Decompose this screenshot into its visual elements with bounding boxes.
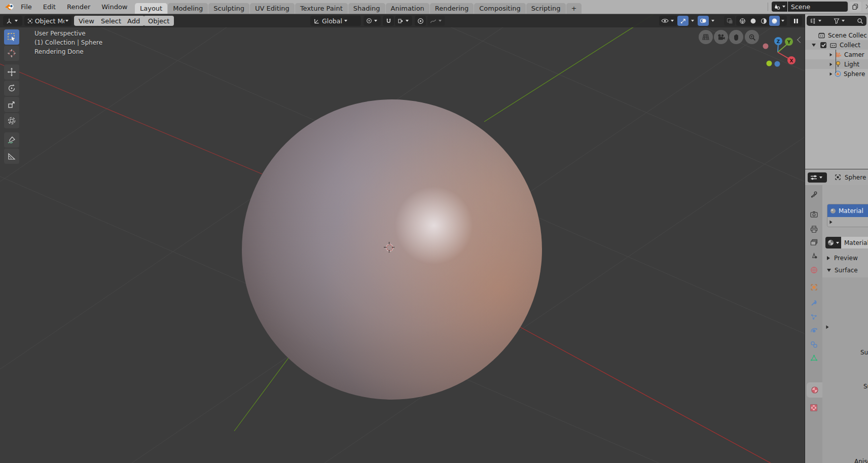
material-slot-row[interactable]: Material — [827, 204, 868, 217]
gizmo-toggle[interactable] — [677, 16, 689, 26]
outliner-editor-type-button[interactable] — [810, 18, 821, 24]
close-icon — [865, 4, 868, 9]
tab-render[interactable] — [806, 207, 821, 221]
tab-texture[interactable] — [806, 401, 821, 414]
tab-modifiers[interactable] — [806, 296, 821, 309]
base-color-expand-arrow[interactable] — [826, 326, 828, 329]
scene-browse-button[interactable] — [772, 2, 787, 12]
workspace-tab-texture-paint[interactable]: Texture Paint — [295, 3, 348, 14]
transform-orientation-dropdown[interactable]: Global — [310, 16, 361, 26]
outliner-filter-button[interactable] — [834, 18, 845, 24]
tab-constraints[interactable] — [806, 338, 821, 351]
add-workspace-tab[interactable]: + — [566, 3, 582, 14]
visibility-dropdown[interactable] — [659, 16, 677, 26]
select-menu[interactable]: Select — [96, 16, 126, 26]
blender-window: File Edit Render Window Help Layout Mode… — [0, 0, 868, 463]
grid-icon — [702, 33, 710, 41]
shading-material-preview-button[interactable] — [758, 16, 769, 26]
overlays-toggle[interactable] — [698, 16, 709, 26]
shading-rendered-button[interactable] — [769, 16, 780, 26]
falloff-dropdown[interactable] — [427, 16, 445, 26]
material-name-field[interactable]: Material — [841, 237, 868, 248]
tool-measure[interactable] — [4, 149, 19, 164]
pan-view-button[interactable] — [729, 30, 743, 44]
mode-dropdown[interactable]: Object Mo.. — [24, 16, 71, 26]
snap-target-dropdown[interactable] — [395, 16, 412, 26]
view-menu[interactable]: View — [74, 16, 99, 26]
collection-checkbox[interactable] — [820, 42, 826, 48]
tool-cursor[interactable] — [4, 46, 19, 61]
pivot-point-dropdown[interactable] — [364, 16, 381, 26]
proportional-editing-toggle[interactable] — [415, 16, 426, 26]
outliner-row-collection[interactable]: Collect — [805, 40, 868, 50]
tab-physics[interactable] — [806, 324, 821, 337]
outliner-row-camera[interactable]: Camer — [805, 50, 868, 59]
gizmo-neg-z-axis[interactable] — [775, 61, 780, 67]
add-menu[interactable]: Add — [123, 16, 144, 26]
workspace-tab-scripting[interactable]: Scripting — [526, 3, 566, 14]
panel-preview[interactable]: Preview — [827, 255, 858, 262]
slot-specials-button[interactable] — [829, 220, 832, 224]
workspace-tab-layout[interactable]: Layout — [135, 3, 167, 14]
gizmo-neg-y-axis[interactable] — [767, 61, 772, 66]
tool-rotate[interactable] — [4, 81, 19, 96]
tab-output[interactable] — [806, 223, 821, 236]
menu-window[interactable]: Window — [96, 1, 133, 13]
topbar: File Edit Render Window Help Layout Mode… — [0, 0, 868, 14]
shading-solid-button[interactable] — [748, 16, 758, 26]
collection-icon — [830, 42, 837, 48]
tool-annotate[interactable] — [4, 132, 19, 148]
workspace-tab-shading[interactable]: Shading — [348, 3, 385, 14]
tab-object-data[interactable] — [806, 351, 821, 365]
collection-expand-arrow[interactable] — [812, 44, 816, 47]
pause-render-button[interactable] — [790, 16, 802, 26]
overlays-dropdown[interactable] — [709, 16, 716, 26]
editor-type-button[interactable] — [3, 16, 22, 26]
shading-wireframe-button[interactable] — [737, 16, 748, 26]
tab-object[interactable] — [806, 280, 821, 294]
gizmo-neg-x-axis[interactable] — [763, 44, 769, 49]
tab-particles[interactable] — [806, 310, 821, 324]
zoom-view-button[interactable] — [745, 30, 759, 44]
blender-logo-icon[interactable] — [5, 3, 14, 11]
tab-scene[interactable] — [806, 249, 821, 262]
gizmo-dropdown[interactable] — [689, 16, 696, 26]
unlink-scene-button[interactable] — [862, 2, 868, 12]
object-menu[interactable]: Object — [143, 16, 174, 26]
expand-arrow[interactable] — [830, 72, 833, 75]
outliner-row-light[interactable]: Light — [805, 59, 868, 69]
expand-arrow[interactable] — [830, 53, 833, 56]
outliner-row-scene-collection[interactable]: Scene Collec — [805, 30, 868, 40]
xray-toggle[interactable] — [724, 16, 735, 26]
camera-view-button[interactable] — [714, 30, 728, 44]
workspace-tab-rendering[interactable]: Rendering — [430, 3, 474, 14]
menu-file[interactable]: File — [15, 1, 38, 13]
new-scene-button[interactable] — [849, 2, 861, 12]
navigation-gizmo[interactable]: Z Y X — [760, 34, 795, 70]
outliner-row-sphere[interactable]: Sphere — [805, 69, 868, 79]
workspace-tab-animation[interactable]: Animation — [386, 3, 429, 14]
workspace-tab-compositing[interactable]: Compositing — [474, 3, 526, 14]
tool-move[interactable] — [4, 64, 19, 80]
menu-render[interactable]: Render — [61, 1, 96, 13]
tab-material[interactable] — [807, 382, 822, 398]
panel-surface[interactable]: Surface — [827, 267, 858, 274]
workspace-tab-sculpting[interactable]: Sculpting — [208, 3, 249, 14]
scene-name-field[interactable]: Scene — [788, 2, 848, 12]
tab-tool[interactable] — [806, 188, 821, 201]
workspace-tab-modeling[interactable]: Modeling — [168, 3, 208, 14]
tool-scale[interactable] — [4, 97, 19, 112]
tool-select-box[interactable] — [4, 29, 19, 45]
expand-arrow[interactable] — [830, 62, 833, 65]
material-datablock-menu[interactable] — [825, 237, 841, 248]
viewport-3d[interactable]: Object Mo.. View Select Add Object Globa… — [0, 14, 805, 463]
tab-view-layer[interactable] — [806, 236, 821, 249]
snap-toggle[interactable] — [383, 16, 394, 26]
perspective-button[interactable] — [699, 30, 713, 44]
workspace-tab-uv-editing[interactable]: UV Editing — [250, 3, 295, 14]
properties-editor-type-button[interactable] — [808, 172, 827, 183]
outliner-search-button[interactable] — [857, 18, 863, 24]
tool-transform[interactable] — [4, 113, 19, 128]
menu-edit[interactable]: Edit — [38, 1, 61, 13]
tab-world[interactable] — [806, 263, 821, 276]
